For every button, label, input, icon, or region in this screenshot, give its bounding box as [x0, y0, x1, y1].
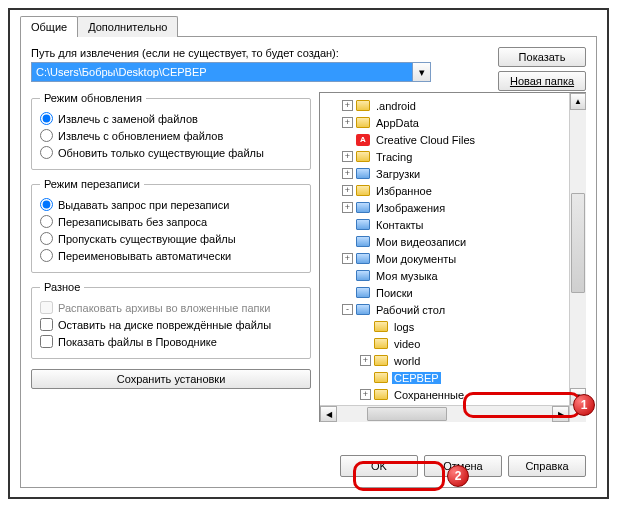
folder-blue-icon — [355, 235, 371, 249]
update-opt-existing[interactable]: Обновить только существующие файлы — [40, 144, 302, 161]
annotation-badge-2: 2 — [447, 465, 469, 487]
expand-icon[interactable]: + — [342, 100, 353, 111]
overwrite-mode-legend: Режим перезаписи — [40, 178, 144, 190]
hscroll-thumb[interactable] — [367, 407, 447, 421]
overwrite-opt-noask[interactable]: Перезаписывать без запроса — [40, 213, 302, 230]
expand-icon[interactable]: + — [342, 117, 353, 128]
tree-item-label: Tracing — [374, 151, 414, 163]
tab-general[interactable]: Общие — [20, 16, 78, 37]
overwrite-opt-rename[interactable]: Переименовывать автоматически — [40, 247, 302, 264]
overwrite-opt-ask[interactable]: Выдавать запрос при перезаписи — [40, 196, 302, 213]
tree-item[interactable]: +.android — [320, 97, 586, 114]
update-opt-update[interactable]: Извлечь с обновлением файлов — [40, 127, 302, 144]
tree-item[interactable]: +Сохраненные — [320, 386, 586, 403]
tree-item-label: СЕРВЕР — [392, 372, 441, 384]
annotation-badge-1: 1 — [573, 394, 595, 416]
folder-icon — [373, 320, 389, 334]
tree-item-label: Мои документы — [374, 253, 458, 265]
path-dropdown-arrow[interactable]: ▾ — [413, 62, 431, 82]
tree-item[interactable]: Контакты — [320, 216, 586, 233]
tree-item[interactable]: ACreative Cloud Files — [320, 131, 586, 148]
scroll-left-arrow[interactable]: ◀ — [320, 406, 337, 422]
tree-item[interactable]: +Мои документы — [320, 250, 586, 267]
tree-item[interactable]: +Избранное — [320, 182, 586, 199]
expand-icon[interactable]: + — [342, 202, 353, 213]
tree-item-label: Загрузки — [374, 168, 422, 180]
tree-item[interactable]: +world — [320, 352, 586, 369]
update-opt-replace[interactable]: Извлечь с заменой файлов — [40, 110, 302, 127]
tab-panel: Путь для извлечения (если не существует,… — [20, 36, 597, 488]
folder-icon — [355, 99, 371, 113]
overwrite-opt-skip[interactable]: Пропускать существующие файлы — [40, 230, 302, 247]
expand-spacer — [342, 134, 353, 145]
tree-item-label: Сохраненные — [392, 389, 466, 401]
tree-item-label: AppData — [374, 117, 421, 129]
update-mode-legend: Режим обновления — [40, 92, 146, 104]
folder-icon — [373, 388, 389, 402]
tree-item-label: Мои видеозаписи — [374, 236, 468, 248]
folder-icon — [355, 116, 371, 130]
path-label: Путь для извлечения (если не существует,… — [31, 47, 421, 59]
tree-item[interactable]: Моя музыка — [320, 267, 586, 284]
misc-group: Разное Распаковать архивы во вложенные п… — [31, 281, 311, 359]
folder-icon — [355, 150, 371, 164]
expand-spacer — [342, 287, 353, 298]
tree-item[interactable]: +AppData — [320, 114, 586, 131]
tree-item-label: video — [392, 338, 422, 350]
scroll-up-arrow[interactable]: ▲ — [570, 93, 586, 110]
tree-item[interactable]: СЕРВЕР — [320, 369, 586, 386]
folder-icon — [373, 337, 389, 351]
show-button[interactable]: Показать — [498, 47, 586, 67]
misc-legend: Разное — [40, 281, 84, 293]
tree-item-label: Контакты — [374, 219, 426, 231]
tree-item-label: Изображения — [374, 202, 447, 214]
expand-spacer — [342, 236, 353, 247]
help-button[interactable]: Справка — [508, 455, 586, 477]
folder-blue-icon — [355, 286, 371, 300]
save-settings-button[interactable]: Сохранить установки — [31, 369, 311, 389]
expand-icon[interactable]: + — [342, 168, 353, 179]
tree-item[interactable]: Поиски — [320, 284, 586, 301]
folder-icon — [373, 371, 389, 385]
expand-icon[interactable]: + — [342, 253, 353, 264]
folder-blue-icon — [355, 303, 371, 317]
folder-blue-icon — [355, 167, 371, 181]
new-folder-button[interactable]: Новая папка — [498, 71, 586, 91]
scroll-right-arrow[interactable]: ▶ — [552, 406, 569, 422]
tab-advanced[interactable]: Дополнительно — [77, 16, 178, 37]
tree-item[interactable]: video — [320, 335, 586, 352]
expand-spacer — [360, 321, 371, 332]
tree-item[interactable]: -Рабочий стол — [320, 301, 586, 318]
tree-item[interactable]: +Изображения — [320, 199, 586, 216]
vscroll-thumb[interactable] — [571, 193, 585, 293]
tree-item-label: Поиски — [374, 287, 415, 299]
misc-opt-nested: Распаковать архивы во вложенные папки — [40, 299, 302, 316]
update-mode-group: Режим обновления Извлечь с заменой файло… — [31, 92, 311, 170]
tree-item-label: Избранное — [374, 185, 434, 197]
expand-spacer — [342, 270, 353, 281]
overwrite-mode-group: Режим перезаписи Выдавать запрос при пер… — [31, 178, 311, 273]
tree-item-label: logs — [392, 321, 416, 333]
tree-item[interactable]: +Загрузки — [320, 165, 586, 182]
tree-hscrollbar[interactable]: ◀ ▶ — [320, 405, 569, 422]
collapse-icon[interactable]: - — [342, 304, 353, 315]
expand-spacer — [360, 372, 371, 383]
folder-star-icon — [355, 184, 371, 198]
ok-button[interactable]: OK — [340, 455, 418, 477]
tree-item-label: Рабочий стол — [374, 304, 447, 316]
expand-icon[interactable]: + — [360, 389, 371, 400]
folder-blue-icon — [355, 269, 371, 283]
misc-opt-showexplorer[interactable]: Показать файлы в Проводнике — [40, 333, 302, 350]
tree-item[interactable]: logs — [320, 318, 586, 335]
expand-icon[interactable]: + — [342, 185, 353, 196]
tree-vscrollbar[interactable]: ▲ ▼ — [569, 93, 586, 405]
tree-item[interactable]: Мои видеозаписи — [320, 233, 586, 250]
tree-item[interactable]: +Tracing — [320, 148, 586, 165]
path-input[interactable] — [31, 62, 413, 82]
tree-item-label: Creative Cloud Files — [374, 134, 477, 146]
expand-icon[interactable]: + — [360, 355, 371, 366]
folder-tree[interactable]: +.android+AppDataACreative Cloud Files+T… — [319, 92, 586, 422]
expand-icon[interactable]: + — [342, 151, 353, 162]
misc-opt-keepbroken[interactable]: Оставить на диске повреждённые файлы — [40, 316, 302, 333]
folder-blue-icon — [355, 252, 371, 266]
